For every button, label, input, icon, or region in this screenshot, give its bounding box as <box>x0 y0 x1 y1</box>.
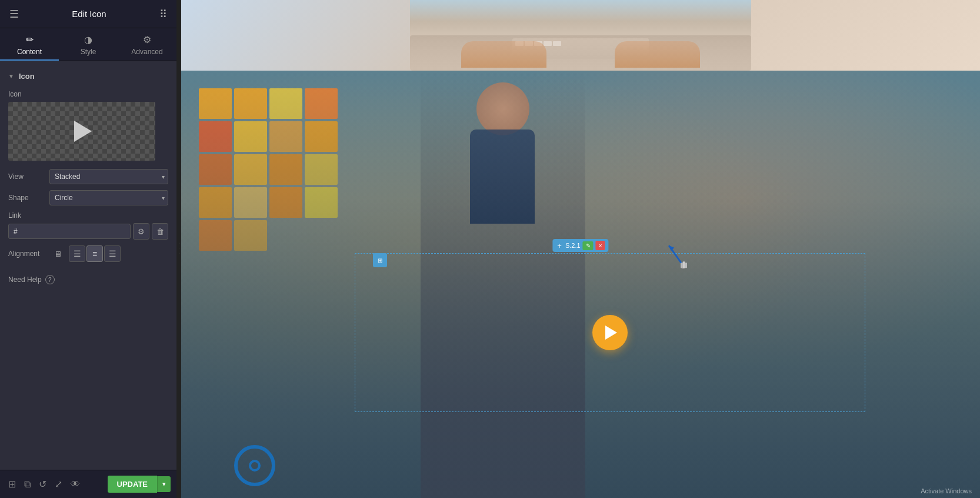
sticky-note <box>234 220 267 251</box>
column-handle[interactable]: ⊞ <box>373 253 387 267</box>
toolbar-edit-btn[interactable]: ✎ <box>583 241 594 250</box>
view-field-row: View Stacked Framed Default ▾ <box>0 169 176 184</box>
canvas-area[interactable]: + S.2.1 ✎ × ⊞ <box>181 0 980 498</box>
tab-advanced[interactable]: ⚙ Advanced <box>118 28 176 61</box>
link-input[interactable] <box>8 224 131 239</box>
update-button-group: UPDATE ▾ <box>108 476 171 493</box>
sidebar: ☰ Edit Icon ⠿ ✏ Content ◑ Style ⚙ Advanc… <box>0 0 176 498</box>
help-icon: ? <box>45 275 55 284</box>
toolbar-element-label: S.2.1 <box>565 242 581 249</box>
sidebar-bottom: ⊞ ⧉ ↺ ⤢ 👁 UPDATE ▾ <box>0 470 176 498</box>
sticky-note <box>234 88 267 119</box>
play-triangle <box>605 326 617 340</box>
link-settings-btn[interactable]: ⚙ <box>133 223 149 240</box>
sticky-note <box>199 187 232 218</box>
align-center-btn[interactable]: ≡ <box>86 245 103 262</box>
sidebar-resize-handle[interactable]: · · · <box>176 0 181 498</box>
view-label: View <box>8 172 49 181</box>
link-section: Link ⚙ 🗑 <box>0 211 176 245</box>
history-icon[interactable]: ↺ <box>36 476 49 492</box>
need-help[interactable]: Need Help ? <box>0 268 176 291</box>
icon-field-label: Icon <box>8 90 168 98</box>
style-icon: ◑ <box>84 34 92 45</box>
sticky-note <box>269 154 302 185</box>
view-select-wrapper: Stacked Framed Default ▾ <box>49 169 168 184</box>
sticky-note <box>305 187 338 218</box>
sidebar-content: ▼ Icon Icon View Stacked Framed Default … <box>0 61 176 470</box>
svg-rect-5 <box>685 263 687 268</box>
grid-icon[interactable]: ⠿ <box>159 8 167 21</box>
pages-icon[interactable]: ⧉ <box>22 477 33 492</box>
sidebar-title: Edit Icon <box>72 9 106 19</box>
update-main-btn[interactable]: UPDATE <box>108 476 157 493</box>
eye-icon[interactable]: 👁 <box>68 477 82 492</box>
shape-select-wrapper: Circle Square None ▾ <box>49 190 168 205</box>
section-title: Icon <box>19 72 35 81</box>
advanced-icon: ⚙ <box>143 34 151 45</box>
sticky-note <box>269 187 302 218</box>
top-image-section <box>181 0 980 71</box>
icon-preview-inner <box>70 119 94 143</box>
link-label: Link <box>8 211 168 220</box>
sticky-note <box>199 220 232 251</box>
sidebar-tabs: ✏ Content ◑ Style ⚙ Advanced <box>0 28 176 61</box>
sticky-note <box>234 187 267 218</box>
alignment-row: Alignment 🖥 ☰ ≡ ☰ <box>0 245 176 268</box>
shape-select[interactable]: Circle Square None <box>49 190 168 205</box>
sticky-note <box>199 121 232 152</box>
menu-icon[interactable]: ☰ <box>9 8 19 21</box>
update-dropdown-btn[interactable]: ▾ <box>157 476 171 492</box>
play-button-container <box>355 253 865 412</box>
link-input-row: ⚙ 🗑 <box>8 223 168 240</box>
content-icon: ✏ <box>26 34 34 45</box>
alignment-label: Alignment <box>8 250 49 258</box>
sticky-note <box>305 88 338 119</box>
monitor-icon: 🖥 <box>54 250 62 258</box>
toolbar-close-btn[interactable]: × <box>596 241 605 250</box>
play-triangle-icon <box>74 121 92 142</box>
main-canvas: + S.2.1 ✎ × ⊞ <box>181 0 980 498</box>
shape-label: Shape <box>8 194 49 202</box>
sticky-note <box>234 121 267 152</box>
link-delete-btn[interactable]: 🗑 <box>152 223 168 240</box>
sidebar-header: ☰ Edit Icon ⠿ <box>0 0 176 28</box>
svg-marker-1 <box>669 245 674 251</box>
sticky-note <box>305 154 338 185</box>
element-toolbar: + S.2.1 ✎ × <box>552 239 608 252</box>
keyboard-image <box>410 0 751 71</box>
icon-preview[interactable] <box>8 102 155 161</box>
tab-style[interactable]: ◑ Style <box>59 28 118 61</box>
align-buttons: ☰ ≡ ☰ <box>69 245 121 262</box>
svg-rect-4 <box>683 261 685 268</box>
sticky-note <box>199 154 232 185</box>
collapse-arrow: ▼ <box>8 73 14 79</box>
tab-style-label: Style <box>81 48 96 56</box>
layers-icon[interactable]: ⊞ <box>6 476 18 492</box>
svg-rect-3 <box>681 263 683 268</box>
sticky-note <box>269 88 302 119</box>
view-select[interactable]: Stacked Framed Default <box>49 169 168 184</box>
logo-eye <box>249 460 261 472</box>
icon-section-header[interactable]: ▼ Icon <box>0 68 176 87</box>
sticky-note <box>269 121 302 152</box>
tab-content[interactable]: ✏ Content <box>0 28 59 61</box>
tab-content-label: Content <box>17 48 42 56</box>
sticky-note <box>199 88 232 119</box>
shape-field-row: Shape Circle Square None ▾ <box>0 190 176 205</box>
logo-outer-ring <box>234 445 275 486</box>
need-help-label: Need Help <box>8 275 42 284</box>
toolbar-add-btn[interactable]: + <box>556 241 563 250</box>
sticky-note <box>234 154 267 185</box>
cursor-svg <box>664 240 687 270</box>
play-circle-button[interactable] <box>592 315 628 350</box>
blue-logo <box>234 445 275 486</box>
bottom-image-section: + S.2.1 ✎ × ⊞ <box>181 71 980 498</box>
responsive-icon[interactable]: ⤢ <box>52 476 65 492</box>
sticky-notes-area <box>193 82 369 200</box>
icon-field-group: Icon <box>0 87 176 164</box>
sticky-note <box>305 121 338 152</box>
tab-advanced-label: Advanced <box>131 48 162 56</box>
align-right-btn[interactable]: ☰ <box>104 245 121 262</box>
align-left-btn[interactable]: ☰ <box>69 245 85 262</box>
